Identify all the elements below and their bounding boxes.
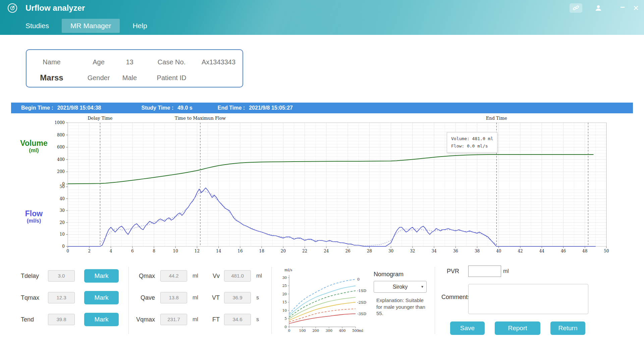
- pvr-label: PVR: [447, 266, 459, 277]
- tdelay-mark-button[interactable]: Mark: [84, 269, 119, 283]
- svg-text:400: 400: [57, 157, 65, 162]
- flow-axis-title: Flow (ml/s): [14, 209, 54, 224]
- nomogram-chart-svg: 0510152025300100200300400500ml/sml0-1SD-…: [280, 266, 367, 335]
- nomogram-explanation: Explanation: Suitable for male younger t…: [376, 297, 427, 317]
- svg-text:30: 30: [60, 208, 65, 213]
- qave-label: Qave: [133, 291, 155, 304]
- uroflow-chart[interactable]: Delay TimeTime to Maximun FlowEnd Time02…: [11, 113, 633, 257]
- tdelay-label: Tdelay: [21, 269, 39, 283]
- svg-text:-1SD: -1SD: [357, 289, 366, 293]
- menu-item-mr-manager[interactable]: MR Manager: [62, 19, 120, 33]
- report-button[interactable]: Report: [495, 321, 540, 335]
- svg-text:30: 30: [282, 276, 287, 280]
- patient-age-label: Age: [80, 57, 117, 67]
- svg-text:48: 48: [582, 249, 587, 253]
- case-no-label: Case No.: [149, 57, 194, 67]
- results-panel: Tdelay 3.0 Mark Tqmax 12.3 Mark Tend 39.…: [0, 263, 644, 352]
- svg-text:300: 300: [326, 329, 332, 333]
- pvr-input[interactable]: [468, 266, 501, 277]
- divider: [128, 267, 129, 334]
- chart-tooltip: Volume: 481.0 ml Flow: 0.0 ml/s: [447, 132, 497, 153]
- vt-label: VT: [205, 291, 220, 304]
- svg-text:0: 0: [357, 277, 360, 282]
- svg-text:32: 32: [410, 249, 415, 253]
- vt-value-field: 36.9: [224, 292, 251, 303]
- study-time-label: Study Time :: [142, 105, 174, 111]
- tqmax-label: Tqmax: [21, 291, 39, 304]
- svg-text:26: 26: [345, 249, 350, 253]
- qmax-unit: ml: [193, 269, 198, 283]
- svg-text:10: 10: [60, 232, 65, 237]
- tend-mark-button[interactable]: Mark: [84, 313, 119, 326]
- save-button[interactable]: Save: [450, 321, 485, 335]
- svg-text:25: 25: [282, 284, 287, 288]
- menu-item-studies[interactable]: Studies: [17, 19, 58, 33]
- chevron-down-icon: ▾: [421, 281, 423, 292]
- patient-age-value: 13: [117, 57, 142, 67]
- svg-text:50: 50: [604, 249, 609, 253]
- svg-text:600: 600: [57, 145, 65, 150]
- vqmax-label: Vqmax: [133, 313, 155, 326]
- end-time-value: 2021/9/8 15:05:27: [249, 105, 293, 111]
- header: Urflow analyzer – × Studies MR Manager H…: [0, 0, 644, 35]
- end-time-label: End Time :: [218, 105, 245, 111]
- vv-row: Vv 481.0 ml: [205, 269, 276, 283]
- qave-row: Qave 13.8 ml: [133, 291, 211, 304]
- ft-label: FT: [205, 313, 220, 326]
- svg-text:16: 16: [237, 249, 243, 253]
- tooltip-volume: Volume: 481.0 ml: [451, 135, 493, 142]
- vv-unit: ml: [256, 269, 262, 283]
- tqmax-mark-button[interactable]: Mark: [84, 291, 119, 304]
- menu-item-help[interactable]: Help: [124, 19, 156, 33]
- case-no-value: Ax1343343: [194, 57, 243, 67]
- svg-text:1000: 1000: [54, 120, 65, 125]
- nomogram-label: Nomogram: [374, 271, 404, 278]
- svg-text:End Time: End Time: [486, 116, 507, 121]
- qmax-value-field: 44.2: [160, 270, 187, 282]
- svg-text:Delay Time: Delay Time: [88, 116, 113, 121]
- comments-textarea[interactable]: [468, 284, 588, 314]
- svg-text:38: 38: [475, 249, 480, 253]
- pvr-unit: ml: [503, 266, 509, 277]
- tdelay-value-field: 3.0: [48, 270, 75, 282]
- menubar: Studies MR Manager Help: [17, 19, 156, 33]
- uroflow-chart-svg[interactable]: Delay TimeTime to Maximun FlowEnd Time02…: [11, 113, 633, 257]
- svg-text:24: 24: [324, 249, 329, 253]
- tooltip-flow: Flow: 0.0 ml/s: [451, 142, 493, 150]
- tdelay-row: Tdelay 3.0 Mark: [0, 269, 127, 283]
- svg-text:46: 46: [561, 249, 566, 253]
- qmax-label: Qmax: [133, 269, 155, 283]
- svg-text:200: 200: [312, 329, 319, 333]
- return-button[interactable]: Return: [550, 321, 585, 335]
- svg-text:0: 0: [66, 249, 69, 253]
- svg-text:40: 40: [60, 196, 65, 201]
- svg-text:34: 34: [431, 249, 437, 253]
- close-button[interactable]: ×: [631, 3, 641, 13]
- link-icon: [573, 6, 579, 10]
- svg-text:44: 44: [539, 249, 545, 253]
- nomogram-select[interactable]: Siroky ▾: [374, 281, 427, 293]
- svg-text:100: 100: [299, 329, 306, 333]
- svg-text:ml/s: ml/s: [284, 268, 292, 272]
- tqmax-row: Tqmax 12.3 Mark: [0, 291, 127, 304]
- user-button[interactable]: [593, 3, 604, 13]
- svg-text:ml: ml: [359, 329, 363, 333]
- svg-text:400: 400: [339, 329, 345, 333]
- qave-unit: ml: [193, 291, 198, 304]
- qave-value-field: 13.8: [160, 292, 187, 303]
- svg-text:2: 2: [88, 249, 91, 253]
- link-button[interactable]: [570, 3, 582, 13]
- volume-axis-title: Volume (ml): [14, 139, 54, 154]
- svg-text:-3SD: -3SD: [357, 312, 366, 316]
- svg-text:Time to Maximun Flow: Time to Maximun Flow: [175, 116, 226, 121]
- svg-text:-2SD: -2SD: [357, 300, 366, 305]
- patient-name-label: Name: [33, 57, 70, 67]
- svg-text:10: 10: [173, 249, 178, 253]
- app-window: Urflow analyzer – × Studies MR Manager H…: [0, 0, 644, 352]
- svg-text:15: 15: [282, 300, 287, 304]
- svg-text:5: 5: [284, 316, 287, 320]
- app-title: Urflow analyzer: [25, 3, 85, 13]
- svg-text:40: 40: [496, 249, 501, 253]
- minimize-button[interactable]: –: [618, 3, 627, 13]
- nomogram-selected-value: Siroky: [393, 284, 408, 290]
